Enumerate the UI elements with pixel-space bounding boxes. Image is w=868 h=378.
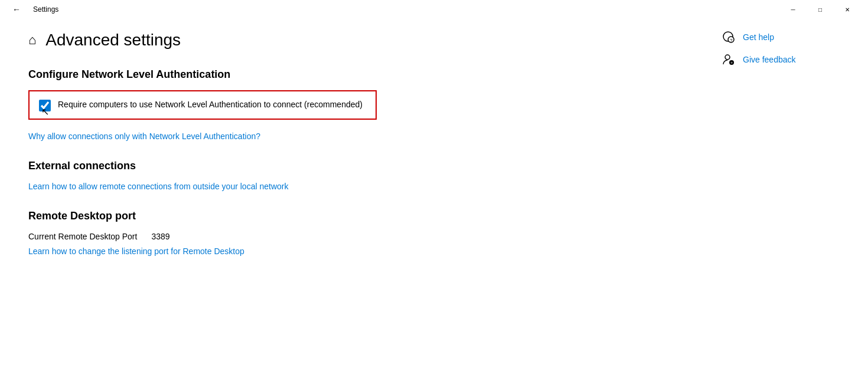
nla-checkbox-container: ↖ Require computers to use Network Level… [28, 90, 377, 120]
main-content: ⌂ Advanced settings Configure Network Le… [0, 19, 868, 268]
content-left: ⌂ Advanced settings Configure Network Le… [28, 31, 560, 257]
page-title: Advanced settings [45, 31, 181, 50]
port-row: Current Remote Desktop Port 3389 [28, 232, 560, 241]
sidebar: ? Get help + Give feedback [722, 31, 840, 75]
svg-text:?: ? [730, 38, 733, 43]
nla-checkbox[interactable] [39, 100, 51, 111]
title-bar-controls: ─ □ ✕ [779, 0, 861, 19]
port-section: Remote Desktop port Current Remote Deskt… [28, 210, 560, 257]
nla-why-link[interactable]: Why allow connections only with Network … [28, 132, 560, 141]
nla-section-title: Configure Network Level Authentication [28, 68, 560, 81]
external-section-title: External connections [28, 160, 560, 172]
maximize-button[interactable]: □ [807, 0, 834, 19]
port-value: 3389 [151, 232, 169, 241]
title-bar-left: ← Settings [7, 0, 58, 19]
title-bar: ← Settings ─ □ ✕ [0, 0, 868, 19]
get-help-icon: ? [722, 31, 736, 44]
port-link[interactable]: Learn how to change the listening port f… [28, 246, 244, 256]
close-button[interactable]: ✕ [834, 0, 861, 19]
nla-checkbox-wrapper[interactable]: ↖ [39, 100, 51, 111]
back-button[interactable]: ← [7, 0, 26, 19]
back-icon: ← [12, 5, 21, 14]
title-bar-title: Settings [33, 5, 58, 14]
get-help-item[interactable]: ? Get help [722, 31, 840, 44]
give-feedback-icon: + [722, 53, 736, 66]
port-section-title: Remote Desktop port [28, 210, 560, 222]
minimize-button[interactable]: ─ [779, 0, 807, 19]
give-feedback-item[interactable]: + Give feedback [722, 53, 840, 66]
page-header: ⌂ Advanced settings [28, 31, 560, 50]
nla-section: Configure Network Level Authentication ↖… [28, 68, 560, 141]
external-link[interactable]: Learn how to allow remote connections fr… [28, 182, 560, 191]
give-feedback-link[interactable]: Give feedback [743, 55, 796, 64]
port-label: Current Remote Desktop Port [28, 232, 137, 241]
nla-checkbox-label[interactable]: Require computers to use Network Level A… [58, 98, 363, 111]
external-section: External connections Learn how to allow … [28, 160, 560, 191]
svg-text:+: + [730, 61, 733, 65]
get-help-link[interactable]: Get help [743, 32, 774, 42]
home-icon: ⌂ [28, 32, 36, 48]
svg-point-3 [725, 55, 730, 60]
